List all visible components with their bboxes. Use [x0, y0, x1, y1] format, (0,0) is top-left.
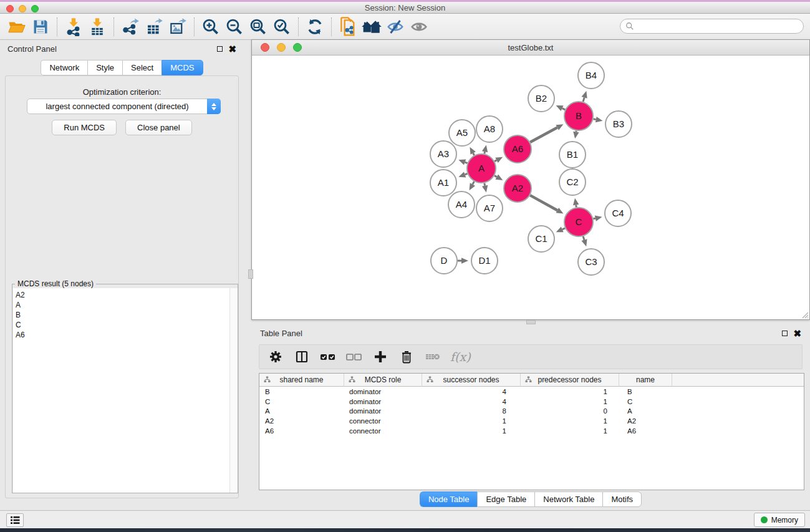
table-cell[interactable] — [672, 407, 804, 417]
memory-button[interactable]: Memory — [754, 513, 805, 527]
table-cell[interactable]: 1 — [520, 416, 619, 426]
graph-edge[interactable] — [494, 176, 497, 177]
table-cell[interactable] — [672, 397, 804, 407]
tab-network-table[interactable]: Network Table — [534, 491, 602, 507]
tab-network[interactable]: Network — [41, 60, 87, 75]
network-window-titlebar[interactable]: testGlobe.txt — [252, 40, 809, 56]
table-cell[interactable]: dominator — [344, 387, 422, 397]
table-row[interactable]: Bdominator41B — [259, 387, 804, 397]
table-cell[interactable]: A — [259, 407, 344, 417]
graph-edge[interactable] — [562, 228, 565, 230]
graph-edge[interactable] — [583, 236, 584, 240]
close-panel-button[interactable]: Close panel — [125, 120, 192, 135]
vertical-splitter-handle[interactable] — [248, 269, 253, 279]
graph-edge[interactable] — [473, 153, 475, 155]
graph-edge[interactable] — [593, 218, 595, 219]
table-cell[interactable]: C — [619, 397, 672, 407]
table-cell[interactable]: A6 — [619, 426, 672, 436]
delete-column-trash-icon[interactable] — [398, 348, 415, 365]
float-panel-icon[interactable] — [217, 46, 223, 52]
table-cell[interactable]: 0 — [520, 407, 619, 417]
table-settings-gear-icon[interactable] — [267, 348, 284, 365]
zoom-selected-icon[interactable] — [270, 16, 294, 38]
close-panel-icon[interactable]: ✖ — [228, 46, 236, 52]
resize-grip-icon[interactable] — [800, 310, 809, 319]
network-graph[interactable]: A5A8A6A3AA1A2A4A7B4B2BB3B1C2CC4C1C3DD1 — [252, 56, 809, 319]
hide-selected-icon[interactable] — [383, 16, 407, 38]
table-cell[interactable] — [672, 426, 804, 436]
zoom-traffic-light[interactable] — [31, 5, 39, 12]
table-cell[interactable]: A6 — [259, 426, 344, 436]
minimize-traffic-light[interactable] — [19, 5, 26, 12]
graph-edge[interactable] — [465, 173, 468, 174]
table-cell[interactable]: 1 — [520, 387, 619, 397]
search-input[interactable] — [637, 22, 803, 31]
table-cell[interactable]: 1 — [520, 397, 619, 407]
graph-edge[interactable] — [576, 205, 577, 208]
save-session-icon[interactable] — [29, 16, 52, 38]
table-row[interactable]: Cdominator41C — [259, 397, 804, 407]
column-header-successor-nodes[interactable]: successor nodes — [422, 374, 520, 387]
table-cell[interactable]: A2 — [259, 416, 344, 426]
graph-edge[interactable] — [473, 181, 475, 185]
search-field[interactable] — [620, 19, 804, 34]
open-session-icon[interactable] — [5, 16, 29, 38]
import-table-icon[interactable] — [85, 16, 109, 38]
table-cell[interactable]: A — [619, 407, 672, 417]
table-cell[interactable]: B — [259, 387, 344, 397]
table-cell[interactable] — [672, 416, 804, 426]
table-cell[interactable]: 4 — [422, 397, 520, 407]
tab-motifs[interactable]: Motifs — [602, 491, 642, 507]
zoom-out-icon[interactable] — [223, 16, 246, 38]
zoom-traffic-light[interactable] — [293, 43, 302, 52]
graph-edge[interactable] — [485, 183, 485, 186]
export-image-icon[interactable] — [166, 16, 190, 38]
table-cell[interactable]: connector — [344, 426, 422, 436]
table-cell[interactable]: C — [259, 397, 344, 407]
horizontal-splitter-handle[interactable] — [526, 320, 536, 324]
graph-edge[interactable] — [494, 160, 496, 162]
refresh-icon[interactable] — [303, 16, 327, 38]
tab-mcds[interactable]: MCDS — [162, 60, 203, 75]
show-all-icon[interactable] — [407, 16, 431, 38]
column-header-name[interactable]: name — [619, 374, 672, 387]
graph-edge[interactable] — [583, 97, 584, 102]
graph-edge[interactable] — [485, 152, 485, 153]
column-header-MCDS-role[interactable]: MCDS role — [344, 374, 422, 387]
float-panel-icon[interactable] — [782, 331, 788, 336]
run-mcds-button[interactable]: Run MCDS — [52, 120, 117, 135]
table-cell[interactable]: 4 — [422, 387, 520, 397]
delete-table-icon[interactable] — [424, 348, 441, 365]
table-cell[interactable] — [672, 387, 804, 397]
network-overview-icon[interactable] — [336, 16, 360, 38]
select-all-columns-icon[interactable] — [319, 348, 337, 365]
zoom-fit-icon[interactable] — [246, 16, 270, 38]
mcds-result-item[interactable]: A — [16, 300, 238, 310]
graph-edge[interactable] — [594, 119, 596, 120]
function-builder-fx-icon[interactable]: f(x) — [450, 350, 471, 364]
table-cell[interactable]: B — [619, 387, 672, 397]
network-canvas[interactable]: A5A8A6A3AA1A2A4A7B4B2BB3B1C2CC4C1C3DD1 — [252, 56, 809, 319]
minimize-traffic-light[interactable] — [277, 43, 286, 52]
table-row[interactable]: A2connector11A2 — [259, 416, 804, 426]
tab-style[interactable]: Style — [87, 60, 122, 75]
create-column-plus-icon[interactable] — [372, 348, 389, 365]
graph-edge[interactable] — [465, 162, 468, 163]
mcds-result-item[interactable]: C — [16, 320, 238, 330]
mcds-result-list[interactable]: A2ABCA6 — [13, 288, 238, 493]
tab-select[interactable]: Select — [122, 60, 162, 75]
home-icon[interactable] — [360, 16, 383, 38]
table-row[interactable]: Adominator80A — [259, 407, 804, 417]
import-network-icon[interactable] — [62, 16, 85, 38]
tab-node-table[interactable]: Node Table — [420, 491, 478, 507]
close-panel-icon[interactable]: ✖ — [793, 331, 801, 336]
tab-edge-table[interactable]: Edge Table — [477, 491, 534, 507]
table-cell[interactable]: 1 — [520, 426, 619, 436]
deselect-all-columns-icon[interactable] — [345, 348, 363, 365]
graph-edge[interactable] — [530, 195, 557, 210]
close-traffic-light[interactable] — [6, 5, 14, 12]
table-cell[interactable]: 1 — [422, 416, 520, 426]
table-cell[interactable]: A2 — [619, 416, 672, 426]
column-header-predecessor-nodes[interactable]: predecessor nodes — [520, 374, 619, 387]
task-history-button[interactable] — [6, 513, 24, 527]
